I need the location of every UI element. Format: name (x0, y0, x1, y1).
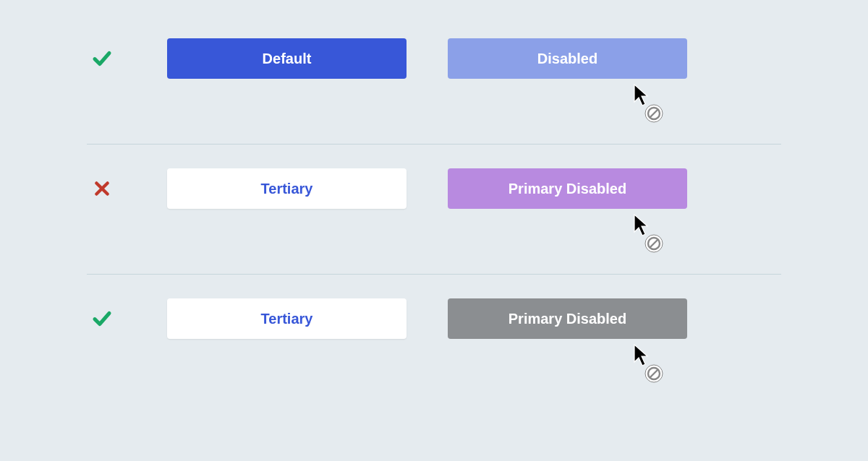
svg-point-3 (645, 235, 663, 252)
button-label: Tertiary (261, 311, 313, 327)
primary-disabled-button: Primary Disabled (448, 298, 687, 339)
check-icon (90, 47, 114, 70)
disabled-button: Disabled (448, 38, 687, 79)
svg-line-5 (650, 240, 658, 248)
svg-point-7 (648, 368, 660, 379)
primary-disabled-button: Primary Disabled (448, 168, 687, 209)
svg-point-6 (645, 365, 663, 382)
svg-point-1 (648, 108, 660, 119)
not-allowed-cursor-icon (633, 83, 665, 124)
button-label: Tertiary (261, 181, 313, 197)
check-icon (90, 307, 114, 330)
divider (87, 274, 781, 275)
default-button[interactable]: Default (167, 38, 407, 79)
svg-point-0 (645, 105, 663, 122)
divider (87, 144, 781, 145)
not-allowed-cursor-icon (633, 343, 665, 384)
tertiary-button[interactable]: Tertiary (167, 168, 407, 209)
svg-point-4 (648, 238, 660, 249)
button-label: Disabled (537, 51, 597, 67)
button-label: Primary Disabled (509, 311, 626, 327)
svg-line-8 (650, 370, 658, 378)
button-label: Default (263, 51, 312, 67)
cross-icon (90, 177, 114, 200)
tertiary-button[interactable]: Tertiary (167, 298, 407, 339)
not-allowed-cursor-icon (633, 213, 665, 254)
button-label: Primary Disabled (509, 181, 626, 197)
svg-line-2 (650, 110, 658, 118)
